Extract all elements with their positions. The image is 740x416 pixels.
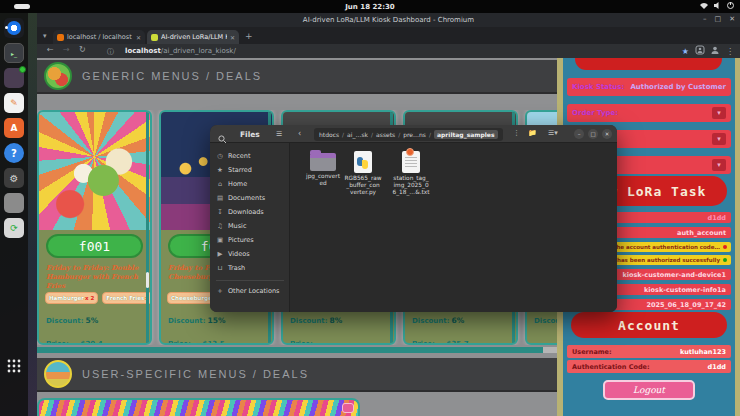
horizontal-scrollbar[interactable] (37, 347, 557, 353)
breadcrumb-segment[interactable]: assets (376, 131, 395, 138)
menu-title: Friday to Friday: Double Hamburger with … (46, 264, 150, 291)
generic-menus-header: GENERIC MENUS / DEALS (37, 60, 557, 94)
kiosk-status-row: Kiosk Status: Authorized by Customer (567, 78, 731, 96)
app-grid-icon[interactable] (4, 356, 24, 376)
tab-close-icon[interactable]: ✕ (230, 34, 235, 41)
auth-code-value: d1dd (708, 363, 726, 371)
sidebar-item-pictures[interactable]: ▣Pictures (216, 234, 286, 246)
desktop: Jun 18 22:30 ▸_ ✎ A ? ⚙ ⟳ AI-driven LoRa… (0, 0, 740, 416)
power-icon[interactable] (727, 2, 734, 9)
forward-icon[interactable]: → (63, 45, 70, 54)
dock-utility-icon[interactable] (4, 193, 24, 213)
sidebar-divider (216, 280, 284, 281)
breadcrumb[interactable]: htdocs/ ai_…sk/ assets/ pre…ns/ apriltag… (314, 128, 503, 141)
auth-code-row: Authentication Code: d1dd (567, 360, 731, 373)
sidebar-item-trash[interactable]: ⊔Trash (216, 262, 286, 274)
tab-favicon (57, 34, 64, 41)
new-tab-button[interactable]: + (245, 31, 253, 41)
dock-terminal-icon[interactable]: ▸_ (4, 43, 24, 63)
tab-close-icon[interactable]: ✕ (136, 34, 141, 41)
tab-favicon (151, 34, 158, 41)
sidebar-item-documents[interactable]: ▤Documents (216, 192, 286, 204)
breadcrumb-segment[interactable]: htdocs (319, 131, 339, 138)
close-button[interactable]: ✕ (729, 15, 735, 23)
path-menu-dots-icon[interactable]: ⋮ (513, 129, 520, 137)
files-app-title: Files (240, 130, 260, 139)
tab-search-icon[interactable]: ▾ (43, 32, 47, 40)
avatar-icon[interactable] (711, 46, 719, 56)
file-station-tag-txt[interactable]: station_tag_ img_2025_0 6_18_…&.txt (387, 151, 435, 196)
dock-software-updater-icon[interactable]: ⟳ (4, 218, 24, 238)
dock-text-editor-icon[interactable]: ✎ (4, 93, 24, 113)
files-content-area[interactable]: jpg_convert ed RGB565_raw _buffer_con ve… (291, 143, 617, 312)
browser-titlebar[interactable]: AI-driven LoRa/LLM Kiosk Dashboard - Chr… (37, 13, 740, 27)
home-icon: ⌂ (216, 180, 224, 188)
panel-top-header (575, 58, 722, 70)
clock[interactable]: Jun 18 22:30 (0, 3, 740, 11)
tab-bar: ▾ localhost / localhost / a ✕ AI-driven … (37, 27, 740, 44)
scrollbar-thumb[interactable] (37, 347, 543, 353)
dock-help-icon[interactable]: ? (4, 143, 24, 163)
video-icon: ▶ (216, 250, 224, 258)
reload-icon[interactable]: ↻ (79, 45, 86, 54)
dock-files-icon[interactable] (4, 68, 24, 88)
music-note-icon: ♫ (216, 222, 224, 230)
close-button[interactable]: ✕ (602, 129, 612, 139)
file-rgb565-converter-py[interactable]: RGB565_raw _buffer_con verter.py (339, 151, 387, 196)
address-bar[interactable]: localhost/ai_driven_lora_kiosk/ (125, 47, 236, 55)
tab-localhost[interactable]: localhost / localhost / a ✕ (53, 30, 145, 44)
document-icon: ▤ (216, 194, 224, 202)
site-info-icon[interactable]: ⓘ (107, 47, 114, 57)
breadcrumb-segment[interactable]: pre…ns (403, 131, 426, 138)
sidebar-item-downloads[interactable]: ↧Downloads (216, 206, 286, 218)
status-dot-green (723, 258, 727, 262)
row-value: Authorized by Customer (630, 83, 726, 91)
dropdown-icon[interactable]: ▾ (712, 133, 726, 145)
maximize-button[interactable]: □ (588, 129, 598, 139)
menu-dots-icon[interactable]: ⋮ (726, 47, 734, 56)
sidebar-item-starred[interactable]: ★Starred (216, 164, 286, 176)
sidebar-item-other-locations[interactable]: +Other Locations (216, 285, 286, 297)
maximize-button[interactable]: □ (715, 15, 722, 23)
order-type-row[interactable]: Order Type: ▾ (567, 104, 731, 122)
view-toggle-icon[interactable]: ☰▾ (548, 129, 558, 137)
bookmark-star-icon[interactable]: ★ (682, 47, 689, 56)
breadcrumb-segment[interactable]: ai_…sk (347, 131, 368, 138)
tab-label: localhost / localhost / a (67, 33, 133, 41)
card-scrollbar[interactable] (146, 112, 149, 343)
menu-card-f001[interactable]: f001 Friday to Friday: Double Hamburger … (37, 110, 152, 345)
download-icon: ↧ (216, 208, 224, 216)
url-host: localhost (125, 47, 161, 55)
dock-chromium-icon[interactable] (4, 18, 24, 38)
star-icon: ★ (216, 166, 224, 174)
dropdown-icon[interactable]: ▾ (712, 159, 726, 171)
hamburger-menu-icon[interactable]: ☰ (276, 130, 282, 138)
user-menu-card[interactable] (37, 398, 360, 416)
sidebar-item-music[interactable]: ♫Music (216, 220, 286, 232)
dock-settings-icon[interactable]: ⚙ (4, 168, 24, 188)
volume-icon[interactable] (714, 2, 721, 9)
tab-kiosk-dashboard[interactable]: AI-driven LoRa/LLM Kio ✕ (147, 30, 239, 44)
minimize-button[interactable]: – (574, 129, 584, 139)
panel-border (735, 58, 740, 416)
profile-frame-icon[interactable] (696, 46, 704, 56)
account-header[interactable]: Account (571, 312, 727, 338)
back-icon[interactable]: ← (47, 45, 54, 54)
back-chevron-icon[interactable]: ‹ (298, 129, 301, 138)
new-folder-icon[interactable]: 📁 (528, 129, 537, 137)
files-headerbar[interactable]: Files ☰ ‹ htdocs/ ai_…sk/ assets/ pre…ns… (210, 125, 617, 143)
sidebar-item-home[interactable]: ⌂Home (216, 178, 286, 190)
breadcrumb-segment-current[interactable]: apriltag_samples (434, 130, 498, 139)
price-row: Price: … $35.7 (412, 340, 469, 345)
menu-image (39, 112, 150, 230)
logout-button[interactable]: Logout (603, 380, 695, 400)
dropdown-icon[interactable]: ▾ (712, 107, 726, 119)
sidebar-item-recent[interactable]: ◷Recent (216, 150, 286, 162)
sidebar-item-videos[interactable]: ▶Videos (216, 248, 286, 260)
minimize-button[interactable]: – (703, 15, 707, 23)
user-menus-logo (44, 360, 72, 388)
generic-menus-logo (44, 62, 72, 90)
row-label: Order Type: (572, 109, 618, 117)
dock-orange-app-icon[interactable]: A (4, 118, 24, 138)
wifi-icon[interactable] (700, 2, 708, 9)
